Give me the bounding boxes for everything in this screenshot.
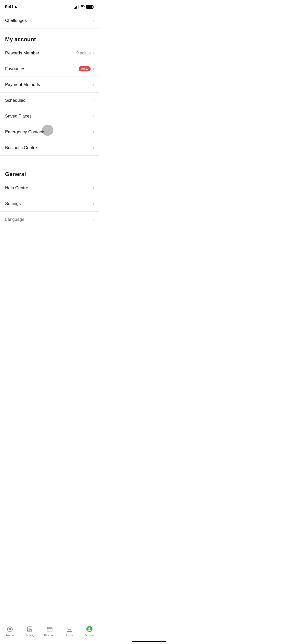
rewards-member-item[interactable]: Rewards Member 0 points › bbox=[0, 45, 99, 61]
chevron-right-icon: › bbox=[93, 201, 94, 206]
rewards-member-label: Rewards Member bbox=[5, 51, 39, 56]
new-badge: New bbox=[79, 66, 91, 71]
wifi-icon bbox=[80, 5, 85, 9]
emergency-contacts-label: Emergency Contacts bbox=[5, 129, 45, 135]
my-account-section-header: My account bbox=[0, 28, 99, 45]
settings-item[interactable]: Settings › bbox=[0, 196, 99, 212]
chevron-right-icon: › bbox=[93, 82, 94, 87]
saved-places-item[interactable]: Saved Places › bbox=[0, 108, 99, 124]
challenges-label: Challenges bbox=[5, 18, 27, 23]
chevron-right-icon: › bbox=[93, 217, 94, 222]
chevron-right-icon: › bbox=[93, 129, 94, 135]
time-display: 9:41 bbox=[5, 4, 14, 9]
emergency-contacts-item[interactable]: Emergency Contacts › bbox=[0, 124, 99, 140]
saved-places-label: Saved Places bbox=[5, 114, 32, 119]
settings-label: Settings bbox=[5, 201, 21, 206]
payment-methods-item[interactable]: Payment Methods › bbox=[0, 77, 99, 93]
signal-icon bbox=[74, 5, 78, 9]
help-centre-label: Help Centre bbox=[5, 185, 28, 191]
chevron-right-icon: › bbox=[93, 145, 94, 150]
rewards-member-right: 0 points › bbox=[76, 50, 94, 56]
payment-methods-label: Payment Methods bbox=[5, 82, 40, 87]
location-arrow-icon: ▶ bbox=[15, 5, 17, 9]
status-bar: 9:41 ▶ bbox=[0, 0, 99, 13]
chevron-right-icon: › bbox=[93, 185, 94, 191]
scheduled-label: Scheduled bbox=[5, 98, 25, 103]
status-time: 9:41 ▶ bbox=[5, 4, 17, 9]
language-label: Language bbox=[5, 217, 24, 222]
main-content: Challenges › My account Rewards Member 0… bbox=[0, 13, 99, 253]
business-centre-item[interactable]: Business Centre › bbox=[0, 140, 99, 156]
challenges-item[interactable]: Challenges › bbox=[0, 13, 99, 28]
favourites-item[interactable]: Favourites New › bbox=[0, 61, 99, 77]
help-centre-item[interactable]: Help Centre › bbox=[0, 180, 99, 196]
rewards-member-value: 0 points bbox=[76, 51, 91, 55]
favourites-right: New › bbox=[79, 66, 94, 71]
favourites-label: Favourites bbox=[5, 66, 25, 71]
scheduled-item[interactable]: Scheduled › bbox=[0, 93, 99, 108]
general-section-header: General bbox=[0, 163, 99, 180]
language-item[interactable]: Language › bbox=[0, 212, 99, 227]
battery-icon bbox=[86, 5, 94, 9]
chevron-right-icon: › bbox=[93, 98, 94, 103]
status-icons bbox=[74, 5, 94, 9]
chevron-right-icon: › bbox=[93, 18, 94, 23]
chevron-right-icon: › bbox=[93, 66, 94, 71]
chevron-right-icon: › bbox=[93, 50, 94, 56]
business-centre-label: Business Centre bbox=[5, 145, 37, 150]
chevron-right-icon: › bbox=[93, 113, 94, 119]
